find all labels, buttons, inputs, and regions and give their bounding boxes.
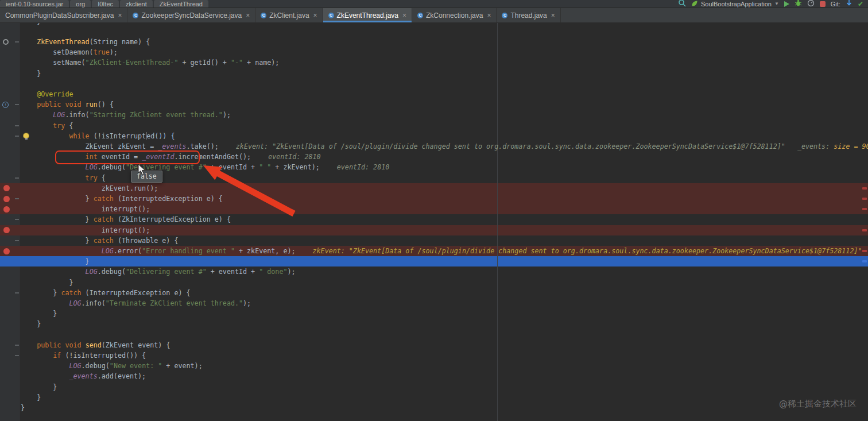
code-line[interactable]: } bbox=[21, 403, 25, 413]
code-line[interactable]: } catch (InterruptedException e) { bbox=[21, 288, 191, 298]
tab-zk-event-thread[interactable]: ZkEventThread.java × bbox=[323, 8, 412, 22]
run-config-label: SoulBootstrapApplication bbox=[701, 1, 772, 7]
code-line[interactable]: } bbox=[21, 392, 41, 403]
class-icon bbox=[133, 13, 138, 18]
breakpoint-icon[interactable] bbox=[3, 206, 10, 213]
run-config-selector[interactable]: SoulBootstrapApplication ▼ bbox=[691, 0, 779, 8]
breadcrumb-item-zkclient[interactable]: zkclient bbox=[120, 0, 153, 7]
debug-button[interactable] bbox=[795, 0, 802, 8]
code-editor[interactable]: } ZkEventThread(String name) { setDaemon… bbox=[0, 23, 868, 421]
code-line[interactable]: LOG.error("Error handling event " + zkEv… bbox=[21, 246, 862, 256]
close-icon[interactable]: × bbox=[402, 12, 406, 19]
code-line[interactable]: } catch (Throwable e) { bbox=[21, 235, 178, 246]
tab-label: ZkClient.java bbox=[269, 11, 309, 20]
close-icon[interactable]: × bbox=[118, 12, 122, 19]
code-line[interactable]: } bbox=[21, 319, 41, 329]
tab-zookeeper-sync-data-service[interactable]: ZookeeperSyncDataService.java × bbox=[127, 8, 255, 22]
tab-label: Thread.java bbox=[510, 11, 547, 20]
class-icon bbox=[502, 13, 507, 18]
tab-label: ZkConnection.java bbox=[426, 11, 483, 20]
tab-thread[interactable]: Thread.java × bbox=[497, 8, 560, 22]
code-line[interactable]: LOG.debug("Delivering event #" + eventId… bbox=[21, 266, 296, 277]
code-line[interactable]: try { bbox=[21, 121, 73, 131]
fold-marker[interactable] bbox=[15, 41, 19, 43]
tab-common-plugin-data-subscriber[interactable]: CommonPluginDataSubscriber.java × bbox=[0, 8, 127, 22]
close-icon[interactable]: × bbox=[313, 12, 317, 19]
close-icon[interactable]: × bbox=[246, 12, 250, 19]
code-line[interactable]: _events.add(event); bbox=[21, 371, 146, 381]
debugger-inline-hint: size = 9073 bbox=[834, 142, 868, 150]
debugger-inline-hint: zkEvent: "ZkEvent[Data of /soul/plugin/d… bbox=[236, 142, 785, 150]
close-icon[interactable]: × bbox=[551, 12, 555, 19]
fold-marker[interactable] bbox=[15, 177, 19, 179]
code-line[interactable]: } bbox=[21, 68, 41, 79]
fold-marker[interactable] bbox=[15, 219, 19, 220]
code-line[interactable]: } bbox=[21, 256, 90, 266]
close-icon[interactable]: × bbox=[487, 12, 491, 19]
stop-button[interactable] bbox=[820, 1, 826, 7]
profiler-button[interactable] bbox=[807, 0, 815, 8]
fold-marker[interactable] bbox=[15, 292, 19, 293]
code-line[interactable]: public void send(ZkEvent event) { bbox=[21, 340, 170, 350]
breadcrumb-item-jar[interactable]: ient-0.10-sources.jar bbox=[0, 0, 69, 7]
mouse-cursor bbox=[138, 164, 146, 175]
stripe-mark[interactable] bbox=[862, 229, 867, 231]
overriding-method-icon[interactable] bbox=[2, 102, 9, 108]
code-line[interactable]: LOG.debug("New event: " + event); bbox=[21, 361, 203, 371]
tab-zk-connection[interactable]: ZkConnection.java × bbox=[412, 8, 497, 22]
code-line[interactable]: setDaemon(true); bbox=[21, 47, 118, 57]
code-line[interactable]: } bbox=[21, 308, 57, 319]
breakpoint-icon[interactable] bbox=[3, 196, 10, 202]
tab-label: ZookeeperSyncDataService.java bbox=[141, 11, 242, 20]
code-line[interactable]: } bbox=[21, 23, 41, 26]
search-icon[interactable] bbox=[678, 0, 686, 8]
stripe-mark[interactable] bbox=[862, 187, 867, 190]
breadcrumb-item-i0itec[interactable]: I0Itec bbox=[92, 0, 119, 7]
stripe-mark[interactable] bbox=[862, 208, 867, 210]
fold-marker[interactable] bbox=[15, 136, 19, 137]
stripe-mark[interactable] bbox=[862, 198, 867, 200]
ide-window: ient-0.10-sources.jar org I0Itec zkclien… bbox=[0, 0, 868, 421]
execution-line-highlight bbox=[0, 256, 868, 266]
breadcrumb: ient-0.10-sources.jar org I0Itec zkclien… bbox=[0, 0, 210, 7]
code-line[interactable]: while (!isInterrupted()) { bbox=[21, 131, 175, 141]
debugger-inline-hint: _events: bbox=[785, 142, 834, 150]
stripe-mark[interactable] bbox=[862, 250, 867, 252]
code-line[interactable]: interrupt(); bbox=[21, 225, 150, 235]
class-icon bbox=[417, 13, 423, 18]
code-line[interactable]: LOG.info("Starting ZkClient event thread… bbox=[21, 110, 231, 120]
code-line[interactable]: interrupt(); bbox=[21, 204, 150, 214]
intention-bulb-icon[interactable] bbox=[23, 133, 29, 138]
code-line[interactable]: zkEvent.run(); bbox=[21, 183, 158, 194]
code-line[interactable]: ZkEventThread(String name) { bbox=[21, 37, 150, 47]
code-line[interactable]: if (!isInterrupted()) { bbox=[21, 350, 146, 361]
tab-zk-client[interactable]: ZkClient.java × bbox=[255, 8, 323, 22]
code-line[interactable]: } bbox=[21, 382, 57, 392]
breadcrumb-item-zkeventthread[interactable]: ZkEventThread bbox=[154, 0, 208, 7]
class-icon bbox=[328, 13, 334, 18]
breakpoint-icon[interactable] bbox=[3, 248, 10, 254]
fold-marker[interactable] bbox=[15, 355, 19, 356]
run-button[interactable] bbox=[784, 1, 789, 7]
fold-marker[interactable] bbox=[15, 345, 19, 346]
code-line[interactable]: } catch (InterruptedException e) { bbox=[21, 194, 223, 204]
editor-gutter bbox=[0, 23, 20, 421]
tab-label: CommonPluginDataSubscriber.java bbox=[5, 11, 114, 20]
fold-marker[interactable] bbox=[15, 240, 19, 241]
code-line[interactable]: public void run() { bbox=[21, 99, 114, 110]
annotation-red-box bbox=[55, 150, 200, 164]
right-margin-guide bbox=[497, 23, 498, 421]
code-line[interactable]: @Override bbox=[21, 89, 73, 99]
commit-icon[interactable]: ✔ bbox=[858, 1, 863, 7]
code-line[interactable]: LOG.info("Terminate ZkClient event threa… bbox=[21, 298, 251, 308]
stripe-mark[interactable] bbox=[862, 260, 867, 262]
code-line[interactable]: setName("ZkClient-EventThread-" + getId(… bbox=[21, 57, 279, 68]
breadcrumb-item-org[interactable]: org bbox=[70, 0, 91, 7]
fold-marker[interactable] bbox=[15, 198, 19, 199]
update-project-icon[interactable] bbox=[846, 0, 852, 8]
member-icon[interactable] bbox=[3, 39, 9, 45]
code-line[interactable]: try { bbox=[21, 173, 106, 183]
fold-marker[interactable] bbox=[15, 104, 19, 105]
code-line[interactable]: } bbox=[21, 277, 73, 288]
fold-marker[interactable] bbox=[15, 125, 19, 126]
